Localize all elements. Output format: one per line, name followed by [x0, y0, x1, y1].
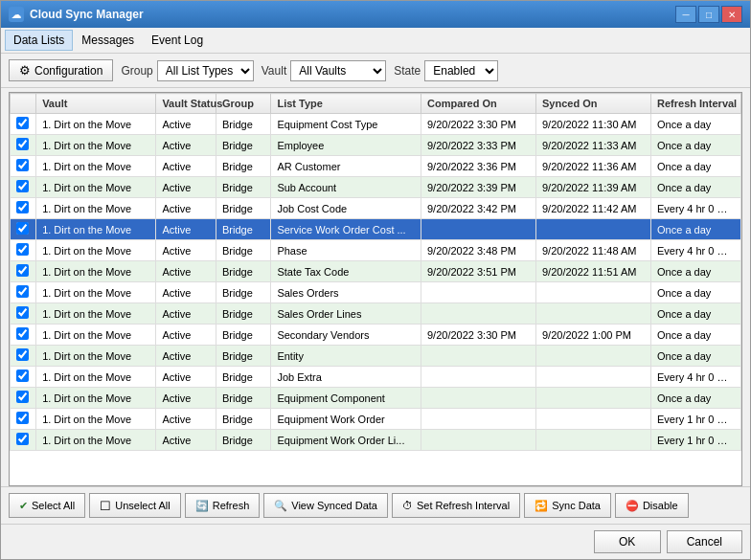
configuration-button[interactable]: Configuration	[9, 59, 113, 81]
row-checkbox[interactable]	[16, 222, 29, 235]
row-checkbox-cell[interactable]	[11, 219, 36, 240]
row-checkbox-cell[interactable]	[11, 198, 36, 219]
sync-data-label: Sync Data	[552, 500, 601, 511]
cell-refresh: Every 4 hr 0 mins	[651, 198, 741, 219]
cell-group: Bridge	[216, 430, 271, 451]
table-row[interactable]: 1. Dirt on the Move Active Bridge Equipm…	[11, 430, 741, 451]
menu-data-lists[interactable]: Data Lists	[5, 30, 73, 51]
row-checkbox-cell[interactable]	[11, 430, 36, 451]
state-filter: State Enabled Disabled All	[394, 60, 498, 81]
cell-synced	[536, 430, 651, 451]
view-synced-button[interactable]: View Synced Data	[263, 493, 388, 518]
row-checkbox-cell[interactable]	[11, 409, 36, 430]
menu-event-log[interactable]: Event Log	[143, 30, 212, 51]
row-checkbox[interactable]	[16, 159, 29, 171]
cell-vault: 1. Dirt on the Move	[36, 219, 156, 240]
cell-group: Bridge	[216, 409, 271, 430]
unselect-all-button[interactable]: Unselect All	[89, 493, 180, 518]
row-checkbox-cell[interactable]	[11, 114, 36, 135]
unselect-all-label: Unselect All	[115, 500, 170, 511]
row-checkbox-cell[interactable]	[11, 303, 36, 325]
select-all-button[interactable]: Select All	[9, 493, 85, 518]
cancel-button[interactable]: Cancel	[667, 530, 742, 553]
table-row[interactable]: 1. Dirt on the Move Active Bridge Equipm…	[11, 388, 741, 409]
cell-status: Active	[156, 261, 216, 282]
menu-messages[interactable]: Messages	[73, 30, 143, 51]
row-checkbox[interactable]	[16, 180, 29, 192]
table-row[interactable]: 1. Dirt on the Move Active Bridge Sales …	[11, 303, 741, 325]
cell-refresh: Every 1 hr 0 mins	[651, 430, 741, 451]
row-checkbox-cell[interactable]	[11, 346, 36, 367]
row-checkbox-cell[interactable]	[11, 135, 36, 156]
row-checkbox-cell[interactable]	[11, 261, 36, 282]
table-row[interactable]: 1. Dirt on the Move Active Bridge State …	[11, 261, 741, 282]
row-checkbox[interactable]	[16, 306, 29, 319]
table-row[interactable]: 1. Dirt on the Move Active Bridge Equipm…	[11, 114, 741, 135]
cell-listtype: AR Customer	[271, 156, 421, 177]
disable-button[interactable]: Disable	[615, 493, 689, 518]
cell-listtype: Entity	[271, 346, 421, 367]
state-select[interactable]: Enabled Disabled All	[424, 60, 498, 81]
table-row[interactable]: 1. Dirt on the Move Active Bridge Servic…	[11, 219, 741, 240]
row-checkbox[interactable]	[16, 201, 29, 213]
cell-status: Active	[156, 346, 216, 367]
cell-refresh: Once a day	[651, 177, 741, 198]
close-button[interactable]: ✕	[721, 6, 742, 23]
group-select[interactable]: All List Types	[157, 60, 254, 81]
table-row[interactable]: 1. Dirt on the Move Active Bridge Job Co…	[11, 198, 741, 219]
cell-compared	[421, 388, 535, 409]
cell-status: Active	[156, 135, 216, 156]
table-row[interactable]: 1. Dirt on the Move Active Bridge Entity…	[11, 346, 741, 367]
cell-compared	[421, 367, 535, 388]
cell-listtype: Job Cost Code	[271, 198, 421, 219]
cell-synced	[536, 409, 651, 430]
row-checkbox[interactable]	[16, 285, 29, 298]
cell-listtype: Equipment Work Order	[271, 409, 421, 430]
cell-refresh: Once a day	[651, 303, 741, 325]
row-checkbox-cell[interactable]	[11, 156, 36, 177]
table-row[interactable]: 1. Dirt on the Move Active Bridge AR Cus…	[11, 156, 741, 177]
cell-vault: 1. Dirt on the Move	[36, 198, 156, 219]
row-checkbox[interactable]	[16, 348, 29, 361]
app-icon: ☁	[9, 7, 24, 22]
vault-select[interactable]: All Vaults	[290, 60, 386, 81]
row-checkbox-cell[interactable]	[11, 282, 36, 303]
cell-refresh: Once a day	[651, 388, 741, 409]
maximize-button[interactable]: □	[698, 6, 719, 23]
row-checkbox-cell[interactable]	[11, 325, 36, 346]
cell-compared: 9/20/2022 3:36 PM	[421, 156, 535, 177]
row-checkbox[interactable]	[16, 138, 29, 150]
cell-vault: 1. Dirt on the Move	[36, 156, 156, 177]
row-checkbox[interactable]	[16, 117, 29, 129]
row-checkbox-cell[interactable]	[11, 367, 36, 388]
table-row[interactable]: 1. Dirt on the Move Active Bridge Second…	[11, 325, 741, 346]
row-checkbox[interactable]	[16, 327, 29, 340]
cell-synced	[536, 303, 651, 325]
table-row[interactable]: 1. Dirt on the Move Active Bridge Equipm…	[11, 409, 741, 430]
row-checkbox-cell[interactable]	[11, 240, 36, 261]
row-checkbox[interactable]	[16, 264, 29, 277]
row-checkbox-cell[interactable]	[11, 388, 36, 409]
main-window: ☁ Cloud Sync Manager ─ □ ✕ Data Lists Me…	[0, 0, 751, 560]
table-wrapper[interactable]: Vault Vault Status Group List Type Compa…	[9, 92, 742, 486]
row-checkbox[interactable]	[16, 433, 29, 445]
group-label: Group	[121, 64, 152, 78]
table-row[interactable]: 1. Dirt on the Move Active Bridge Employ…	[11, 135, 741, 156]
table-row[interactable]: 1. Dirt on the Move Active Bridge Phase …	[11, 240, 741, 261]
sync-data-button[interactable]: Sync Data	[524, 493, 611, 518]
cell-listtype: Secondary Vendors	[271, 325, 421, 346]
table-row[interactable]: 1. Dirt on the Move Active Bridge Sales …	[11, 282, 741, 303]
row-checkbox-cell[interactable]	[11, 177, 36, 198]
row-checkbox[interactable]	[16, 412, 29, 424]
minimize-button[interactable]: ─	[675, 6, 696, 23]
group-filter: Group All List Types	[121, 60, 253, 81]
table-row[interactable]: 1. Dirt on the Move Active Bridge Sub Ac…	[11, 177, 741, 198]
refresh-button[interactable]: Refresh	[185, 493, 261, 518]
table-row[interactable]: 1. Dirt on the Move Active Bridge Job Ex…	[11, 367, 741, 388]
row-checkbox[interactable]	[16, 370, 29, 382]
row-checkbox[interactable]	[16, 391, 29, 403]
cell-group: Bridge	[216, 303, 271, 325]
ok-button[interactable]: OK	[594, 530, 661, 553]
set-refresh-button[interactable]: Set Refresh Interval	[392, 493, 520, 518]
row-checkbox[interactable]	[16, 243, 29, 256]
